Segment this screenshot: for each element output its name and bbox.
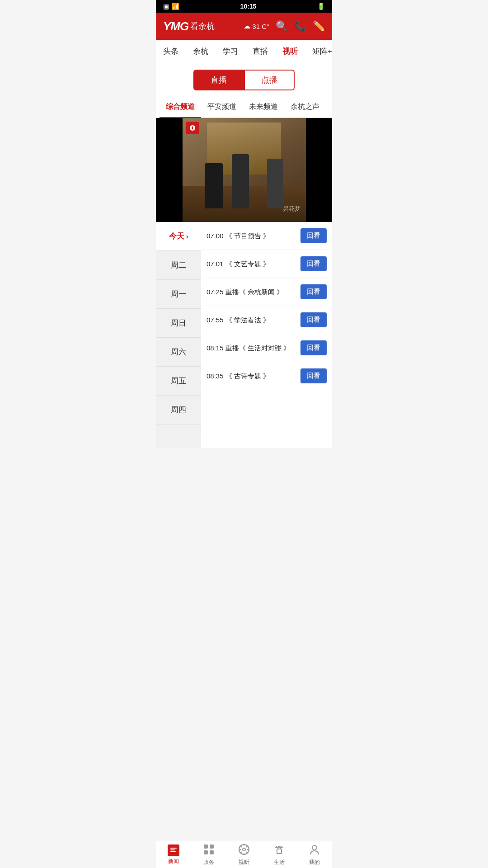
weather-display: ☁ 31 C°: [244, 22, 269, 30]
sim-icon: ▣: [163, 3, 169, 10]
weather-temp: 31 C°: [252, 23, 269, 30]
program-6-info: 08:35 《 古诗专题 》: [206, 371, 297, 381]
program-list: 07:00 《 节目预告 》 回看 07:01 《 文艺专题 》 回看 07:2…: [201, 222, 332, 448]
status-left-icons: ▣ 📶: [163, 3, 179, 10]
program-item-6: 08:35 《 古诗专题 》 回看: [201, 362, 332, 390]
replay-btn-1[interactable]: 回看: [300, 228, 327, 243]
channel-tab-sound[interactable]: 余杭之声: [284, 97, 326, 117]
logo-subtitle: 看余杭: [190, 21, 215, 32]
day-sidebar: 今天 › 周二 周一 周日 周六 周五 周四: [156, 222, 201, 448]
replay-btn-3[interactable]: 回看: [300, 284, 327, 299]
channel-tabs: 综合频道 平安频道 未来频道 余杭之声: [156, 97, 332, 118]
day-thursday[interactable]: 周四: [156, 396, 201, 425]
day-friday[interactable]: 周五: [156, 367, 201, 396]
day-today[interactable]: 今天 ›: [156, 222, 201, 251]
status-bar: ▣ 📶 10:15 🔋: [156, 0, 332, 13]
tab-zhibo[interactable]: 直播: [245, 40, 275, 63]
status-right-icons: 🔋: [317, 3, 325, 10]
program-5-info: 08:15 重播《 生活对对碰 》: [206, 343, 297, 353]
logo-area: YMG 看余杭: [163, 19, 215, 33]
day-saturday[interactable]: 周六: [156, 338, 201, 367]
header: YMG 看余杭 ☁ 31 C° 🔍 📞 ✏️: [156, 13, 332, 40]
tab-shiting[interactable]: 视听: [275, 40, 305, 63]
channel-tab-weilai[interactable]: 未来频道: [243, 97, 284, 117]
replay-btn-2[interactable]: 回看: [300, 256, 327, 271]
phone-icon[interactable]: 📞: [294, 20, 306, 32]
video-watermark: 昙花梦: [283, 205, 300, 213]
edit-icon[interactable]: ✏️: [313, 20, 325, 32]
replay-btn-5[interactable]: 回看: [300, 340, 327, 355]
nav-tabs: 头条 余杭 学习 直播 视听 矩阵+: [156, 40, 332, 63]
weather-icon: ☁: [244, 22, 250, 30]
video-thumbnail: 昙花梦: [183, 118, 306, 222]
day-tuesday[interactable]: 周二: [156, 251, 201, 280]
replay-btn-4[interactable]: 回看: [300, 312, 327, 327]
schedule-area: 今天 › 周二 周一 周日 周六 周五 周四 07:00 《 节目预告 》 回看…: [156, 222, 332, 448]
program-item-1: 07:00 《 节目预告 》 回看: [201, 222, 332, 250]
program-1-info: 07:00 《 节目预告 》: [206, 231, 297, 241]
battery-icon: 🔋: [317, 3, 325, 10]
tab-xuexi[interactable]: 学习: [216, 40, 245, 63]
search-icon[interactable]: 🔍: [276, 20, 288, 32]
program-4-info: 07:55 《 学法看法 》: [206, 315, 297, 325]
today-arrow-icon: ›: [186, 233, 188, 240]
character-3: [267, 159, 283, 208]
channel-tab-zonghe[interactable]: 综合频道: [160, 97, 201, 118]
today-label: 今天: [169, 231, 184, 241]
live-button[interactable]: 直播: [193, 70, 244, 90]
wifi-icon: 📶: [172, 3, 179, 10]
tab-toutiao[interactable]: 头条: [156, 40, 186, 63]
tab-juzhen[interactable]: 矩阵+: [305, 40, 332, 63]
video-scene: 昙花梦: [183, 118, 306, 222]
logo-ymg: YMG: [163, 19, 188, 33]
program-item-2: 07:01 《 文艺专题 》 回看: [201, 250, 332, 278]
character-2: [232, 154, 249, 208]
channel-logo: [186, 122, 199, 134]
vod-button[interactable]: 点播: [244, 70, 295, 90]
header-right: ☁ 31 C° 🔍 📞 ✏️: [244, 20, 325, 32]
channel-tab-pingan[interactable]: 平安频道: [201, 97, 243, 117]
program-3-info: 07:25 重播《 余杭新闻 》: [206, 287, 297, 297]
day-sunday[interactable]: 周日: [156, 309, 201, 338]
video-player[interactable]: 昙花梦: [156, 118, 332, 222]
program-item-3: 07:25 重播《 余杭新闻 》 回看: [201, 278, 332, 306]
status-time: 10:15: [240, 3, 257, 10]
replay-btn-6[interactable]: 回看: [300, 368, 327, 383]
toggle-area: 直播 点播: [156, 63, 332, 97]
day-monday[interactable]: 周一: [156, 280, 201, 309]
program-2-info: 07:01 《 文艺专题 》: [206, 259, 297, 269]
tab-yuhang[interactable]: 余杭: [186, 40, 216, 63]
program-item-4: 07:55 《 学法看法 》 回看: [201, 306, 332, 334]
character-1: [205, 163, 223, 208]
program-item-5: 08:15 重播《 生活对对碰 》 回看: [201, 334, 332, 362]
